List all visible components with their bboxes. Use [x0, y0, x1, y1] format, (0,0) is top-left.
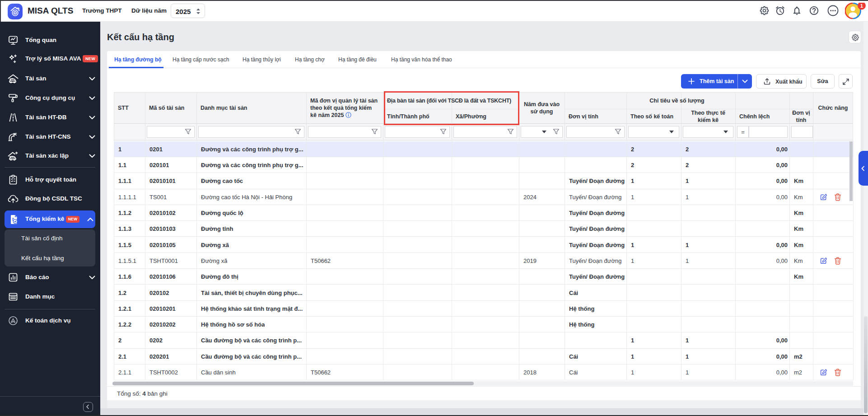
svg-text:1: 1: [860, 3, 863, 9]
